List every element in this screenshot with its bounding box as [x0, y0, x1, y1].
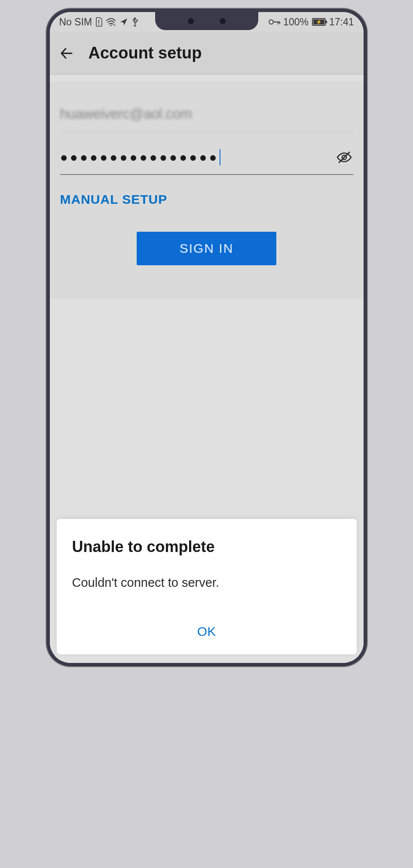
dialog-ok-button[interactable]: OK: [72, 621, 341, 642]
manual-setup-link[interactable]: MANUAL SETUP: [60, 175, 353, 211]
signin-wrap: SIGN IN: [60, 211, 353, 286]
content: huaweiverc@aol.com ●●●●●●●●●●●●●●●● MANU…: [50, 75, 364, 663]
form-area: huaweiverc@aol.com ●●●●●●●●●●●●●●●● MANU…: [50, 82, 364, 299]
notch: [155, 12, 258, 30]
battery-percent: 100%: [283, 16, 309, 28]
sim-status: No SIM: [59, 16, 92, 28]
toggle-password-visibility-icon[interactable]: [335, 148, 353, 166]
status-left: No SIM: [59, 16, 139, 28]
signin-button[interactable]: SIGN IN: [137, 232, 277, 265]
email-field[interactable]: huaweiverc@aol.com: [60, 103, 353, 131]
dialog-message: Couldn't connect to server.: [72, 576, 341, 590]
status-time: 17:41: [329, 16, 354, 28]
password-dots-text: ●●●●●●●●●●●●●●●●: [60, 150, 219, 165]
back-button[interactable]: [58, 44, 76, 63]
device-frame: No SIM 100%: [46, 9, 367, 666]
error-dialog: Unable to complete Couldn't connect to s…: [57, 519, 357, 654]
app-bar: Account setup: [50, 32, 364, 75]
text-cursor: [220, 149, 220, 166]
wifi-icon: [106, 18, 116, 26]
sim-alert-icon: [95, 17, 102, 27]
screen: No SIM 100%: [50, 12, 364, 663]
dialog-title: Unable to complete: [72, 538, 341, 556]
password-field[interactable]: ●●●●●●●●●●●●●●●●: [60, 131, 353, 175]
location-icon: [119, 18, 128, 26]
notch-camera: [220, 18, 226, 24]
vpn-key-icon: [269, 18, 281, 25]
password-value: ●●●●●●●●●●●●●●●●: [60, 149, 221, 166]
status-right: 100% ⚡ 17:41: [269, 16, 354, 28]
usb-icon: [132, 17, 138, 27]
battery-icon: ⚡: [312, 18, 326, 26]
page-title: Account setup: [89, 44, 202, 62]
notch-speaker: [188, 18, 194, 24]
svg-point-1: [269, 20, 273, 24]
svg-point-0: [110, 25, 112, 26]
